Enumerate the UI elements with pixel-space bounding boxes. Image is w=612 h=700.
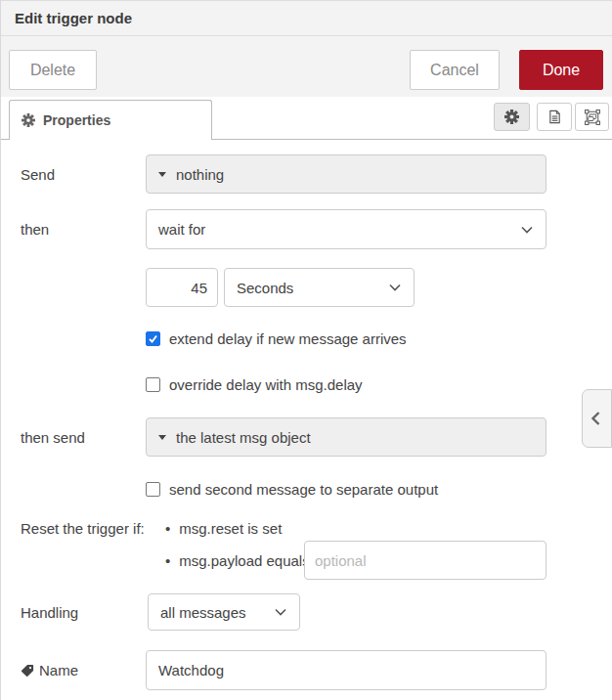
extend-delay-checkbox[interactable]: extend delay if new message arrives [146, 330, 407, 347]
appearance-section-button[interactable] [575, 103, 609, 131]
delete-button[interactable]: Delete [9, 50, 97, 90]
then-send-value-combo[interactable]: the latest msg object [146, 417, 546, 457]
extend-delay-row: extend delay if new message arrives [1, 328, 612, 348]
description-section-button[interactable] [537, 103, 572, 131]
then-send-value: the latest msg object [176, 429, 311, 446]
duration-units-select[interactable]: Seconds [224, 268, 415, 307]
sidebar-collapse-toggle[interactable] [582, 389, 612, 448]
appearance-icon [585, 109, 600, 125]
properties-section-button[interactable] [494, 103, 530, 131]
duration-input[interactable] [146, 268, 218, 307]
second-output-row: send second message to separate output [1, 479, 612, 499]
reset-trigger-row: Reset the trigger if: msg.reset is set [1, 518, 612, 538]
then-send-label: then send [21, 429, 85, 446]
dialog-header: Edit trigger node [1, 0, 612, 36]
handling-label: Handling [21, 604, 78, 621]
tab-properties-label: Properties [43, 112, 110, 128]
reset-condition-msg-payload: msg.payload equals [165, 552, 310, 569]
checkbox-icon [146, 482, 160, 497]
duration-units-value: Seconds [237, 280, 293, 296]
name-input[interactable] [146, 650, 546, 690]
reset-trigger-label: Reset the trigger if: [21, 520, 145, 537]
caret-down-icon [158, 172, 166, 177]
handling-select[interactable]: all messages [148, 593, 300, 631]
name-row: Name [1, 650, 612, 690]
override-delay-row: override delay with msg.delay [1, 374, 612, 394]
name-label-group: Name [21, 662, 78, 678]
handling-row: Handling all messages [1, 593, 612, 631]
second-output-checkbox[interactable]: send second message to separate output [146, 481, 438, 498]
send-value: nothing [176, 166, 224, 183]
second-output-label: send second message to separate output [169, 481, 438, 498]
chevron-down-icon [389, 284, 401, 291]
gear-icon [504, 109, 519, 124]
dialog-toolbar: Delete Cancel Done [1, 36, 612, 97]
dialog-title: Edit trigger node [1, 10, 132, 26]
handling-select-value: all messages [160, 604, 246, 621]
caret-down-icon [158, 435, 166, 440]
payload-equals-input[interactable] [304, 541, 546, 580]
send-value-combo[interactable]: nothing [146, 154, 546, 194]
duration-row: Seconds [1, 268, 612, 307]
editor-tabbar: Properties [1, 97, 612, 140]
then-row: then wait for [1, 209, 612, 249]
chevron-left-icon [590, 411, 600, 426]
edit-trigger-node-dialog: Edit trigger node Delete Cancel Done [0, 0, 612, 700]
then-select[interactable]: wait for [146, 209, 546, 249]
tab-properties[interactable]: Properties [9, 100, 212, 140]
override-delay-label: override delay with msg.delay [169, 376, 363, 393]
then-send-row: then send the latest msg object [1, 417, 612, 457]
checkbox-icon [146, 331, 160, 346]
tag-icon [21, 664, 34, 678]
name-label: Name [39, 662, 78, 678]
gear-icon [22, 113, 35, 127]
send-row: Send nothing [1, 154, 612, 194]
done-button[interactable]: Done [519, 50, 603, 90]
chevron-down-icon [275, 608, 286, 616]
checkbox-icon [146, 377, 160, 392]
reset-condition-msg-reset: msg.reset is set [165, 520, 282, 537]
override-delay-checkbox[interactable]: override delay with msg.delay [146, 376, 363, 393]
chevron-down-icon [521, 226, 533, 234]
description-icon [547, 109, 562, 124]
send-label: Send [21, 166, 55, 183]
then-label: then [21, 221, 49, 238]
extend-delay-label: extend delay if new message arrives [169, 330, 407, 347]
reset-payload-row: msg.payload equals [1, 541, 612, 580]
then-select-value: wait for [158, 221, 205, 238]
cancel-button[interactable]: Cancel [410, 50, 500, 90]
